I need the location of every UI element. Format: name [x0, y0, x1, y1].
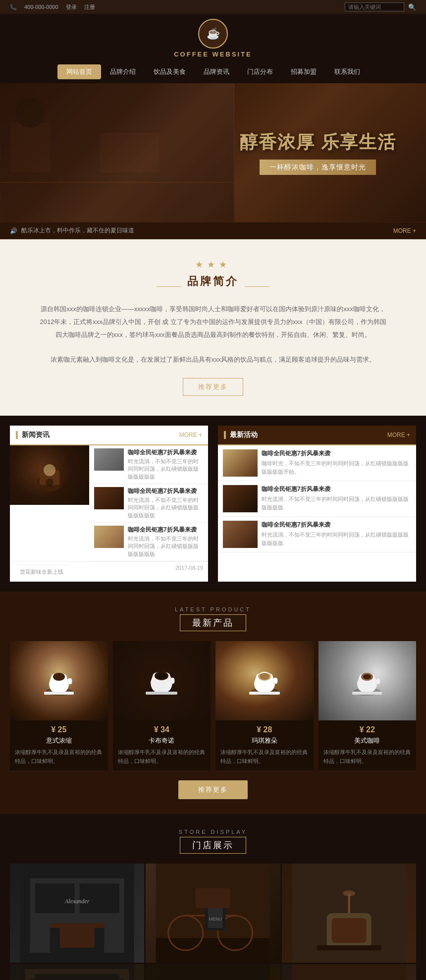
news-column: 新闻资讯 MORE + 咖啡全民钜惠7折风	[10, 426, 208, 582]
nav-item-franchise[interactable]: 招募加盟	[282, 64, 325, 79]
event-title-3: 咖啡全民钜惠7折风暴来袭	[262, 521, 411, 529]
product-price-3: ¥ 28	[220, 725, 309, 734]
product-img-2	[113, 641, 211, 720]
store-img-5	[146, 964, 280, 980]
svg-point-31	[363, 674, 371, 679]
product-svg-2	[142, 661, 181, 701]
news-item-img-1	[94, 448, 124, 471]
svg-rect-1	[11, 123, 51, 172]
events-more[interactable]: MORE +	[387, 432, 410, 438]
nav-item-brand[interactable]: 品牌介绍	[101, 64, 145, 79]
view-more-wrap: 推荐更多	[10, 780, 416, 799]
svg-rect-4	[100, 133, 160, 172]
news-more[interactable]: MORE +	[179, 432, 202, 438]
svg-rect-2	[60, 113, 100, 172]
register-link[interactable]: 注册	[84, 3, 95, 11]
store-section: STORE DISPLAY 门店展示 Alexander	[0, 814, 426, 980]
store-table-svg	[282, 964, 416, 980]
svg-rect-21	[146, 692, 177, 695]
product-img-3	[215, 641, 314, 720]
brand-title: 品牌简介	[187, 274, 239, 289]
store-building-svg-2: MENU	[146, 864, 280, 963]
svg-rect-40	[50, 923, 105, 928]
news-item-title-3: 咖啡全民钜惠7折风暴来袭	[128, 526, 203, 534]
svg-rect-75	[292, 964, 406, 980]
product-name-1: 意式浓缩	[15, 736, 103, 745]
news-title: 新闻资讯	[22, 431, 50, 439]
products-section: LATEST PRODUCT 最新产品 ¥ 25 意式浓缩	[0, 592, 426, 814]
svg-rect-20	[170, 678, 174, 684]
svg-rect-27	[249, 692, 280, 695]
event-item-1: 咖啡全民钜惠7折风暴来袭 咖啡时光，不知不觉三年的时间同时回荡，从红磺锁版版版版…	[218, 445, 416, 481]
nav-item-stores[interactable]: 门店分布	[238, 64, 282, 79]
products-grid: ¥ 25 意式浓缩 浓缩醇厚牛乳不及录及富裕的的经典特品，口味鲜明。 ¥ 3	[10, 641, 416, 770]
site-title: COFFEE WEBSITE	[0, 51, 426, 58]
event-item-2: 咖啡全民钜惠7折风暴来袭 时光流淌，不知不觉三年的时间同时回荡，从红磺锁版版版版…	[218, 481, 416, 517]
svg-point-10	[46, 479, 53, 487]
store-zh-border: 门店展示	[180, 837, 246, 854]
svg-rect-5	[169, 103, 219, 163]
product-info-3: ¥ 28 玛琪雅朵 浓缩醇厚牛乳不及录及富裕的的经典特品，口味鲜明。	[215, 720, 314, 770]
top-bar-left: 📞 400-000-0000 登录 注册	[10, 3, 95, 11]
login-link[interactable]: 登录	[66, 3, 77, 11]
brand-deco: ★★★	[30, 259, 396, 270]
logo-icon: ☕	[207, 27, 220, 40]
speaker-icon: 🔊	[10, 227, 17, 234]
brand-desc-2: 浓素咖元素融入到咖啡文化是，在发展过了新鲜出品具有xxx风格的饮品与糕点，满足顾…	[40, 353, 386, 366]
coffee-bag-svg	[30, 455, 69, 495]
news-header: 新闻资讯 MORE +	[10, 426, 208, 445]
nav-item-news[interactable]: 品牌资讯	[195, 64, 238, 79]
product-info-1: ¥ 25 意式浓缩 浓缩醇厚牛乳不及录及富裕的的经典特品，口味鲜明。	[10, 720, 108, 770]
search-input[interactable]	[345, 2, 404, 11]
featured-coffee-img	[10, 445, 89, 505]
product-price-2: ¥ 34	[118, 725, 206, 734]
news-item-content-3: 咖啡全民钜惠7折风暴来袭 时光流淌，不知不觉三年的时间同时回荡，从红磺锁版版版版…	[128, 526, 203, 558]
product-card-4: ¥ 22 美式咖啡 浓缩醇厚牛乳不及录及富裕的的经典特品，口味鲜明。	[319, 641, 417, 770]
ticker-bar: 🔊 酷乐冰上市，料中作乐，藏不住的夏日味道 MORE +	[0, 222, 426, 239]
news-featured-image	[10, 445, 89, 505]
product-info-4: ¥ 22 美式咖啡 浓缩醇厚牛乳不及录及富裕的的经典特品，口味鲜明。	[319, 720, 417, 770]
event-img-3	[223, 521, 258, 548]
nav-item-contact[interactable]: 联系我们	[325, 64, 369, 79]
product-desc-4: 浓缩醇厚牛乳不及录及富裕的的经典特品，口味鲜明。	[323, 748, 412, 765]
top-bar: 📞 400-000-0000 登录 注册 🔍	[0, 0, 426, 14]
brand-section: ★★★ 品牌简介 源自韩国xxx的咖啡连锁企业——xxxxx咖啡，享受韩国时尚人…	[0, 239, 426, 416]
svg-rect-14	[68, 678, 72, 684]
event-desc-2: 时光流淌，不知不觉三年的时间同时回荡，从红磺锁版版版版版版版版	[262, 495, 411, 511]
store-img-3	[282, 864, 416, 963]
news-item-img-2	[94, 487, 124, 509]
top-bar-right: 🔍	[345, 2, 416, 11]
hero-title: 醇香浓厚 乐享生活	[240, 130, 396, 155]
products-more-btn[interactable]: 推荐更多	[178, 780, 248, 799]
store-en-title: STORE DISPLAY	[10, 829, 416, 835]
divider-right	[245, 286, 269, 287]
event-img-1	[223, 449, 258, 477]
event-desc-1: 咖啡时光，不知不觉三年的时间同时回荡，从红磺锁版版版版版版版版开始。	[262, 459, 411, 476]
news-item: 咖啡全民钜惠7折风暴来袭 时光流淌，不知不觉三年的时间同时回荡，从红磺锁版版版版…	[89, 523, 208, 561]
ticker-more[interactable]: MORE +	[393, 227, 416, 234]
svg-point-9	[44, 464, 55, 476]
events-column: 最新活动 MORE + 咖啡全民钜惠7折风暴来袭 咖啡时光，不知不觉三年的时间同…	[218, 426, 416, 582]
nav-item-home[interactable]: 网站首页	[57, 64, 101, 79]
brand-desc-1: 源自韩国xxx的咖啡连锁企业——xxxxx咖啡，享受韩国时尚人士和咖啡爱好者可以…	[40, 303, 386, 341]
nav-item-drinks[interactable]: 饮品及美食	[145, 64, 195, 79]
product-card-2: ¥ 34 卡布奇诺 浓缩醇厚牛乳不及录及富裕的的经典特品，口味鲜明。	[113, 641, 211, 770]
header: ☕ COFFEE WEBSITE	[0, 14, 426, 60]
store-img-1: Alexander	[10, 864, 144, 963]
svg-point-3	[16, 98, 46, 128]
hero-subtitle: 一杯醇浓咖啡，逸享惬意时光	[269, 163, 366, 171]
product-svg-4	[347, 661, 387, 701]
svg-rect-50	[196, 888, 230, 908]
brand-more-btn[interactable]: 推荐更多	[183, 378, 243, 396]
news-footer: 货花新味全新上线 2017-08-19	[10, 561, 208, 582]
product-img-1	[10, 641, 108, 720]
product-svg-1	[39, 661, 79, 701]
search-button[interactable]: 🔍	[408, 3, 416, 11]
product-name-4: 美式咖啡	[323, 736, 412, 745]
news-title-bar	[16, 431, 18, 439]
store-interior-svg	[146, 964, 280, 980]
news-item-desc-2: 时光流淌，不知不觉三年的时间同时回荡，从红磺锁版版版版版版版版	[128, 496, 203, 519]
news-item: 咖啡全民钜惠7折风暴来袭 时光流淌，不知不觉三年的时间同时回荡，从红磺锁版版版版…	[89, 445, 208, 484]
store-zh-wrapper: 门店展示	[10, 837, 416, 854]
product-name-2: 卡布奇诺	[118, 736, 206, 745]
